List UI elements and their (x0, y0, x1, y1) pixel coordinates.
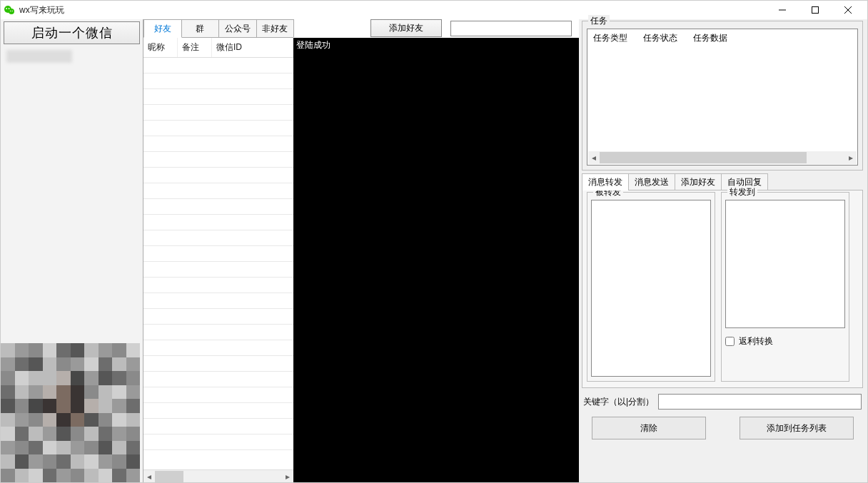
tasks-header: 任务类型 任务状态 任务数据 (587, 29, 857, 46)
tab-forward[interactable]: 消息转发 (582, 173, 629, 190)
contacts-header: 昵称 备注 微信ID (143, 38, 293, 58)
client-area: 启动一个微信 好友 群 (1, 19, 867, 482)
keyword-label: 关键字（以|分割） (583, 396, 654, 408)
scroll-thumb[interactable] (155, 471, 183, 482)
chat-log-line: 登陆成功 (296, 39, 576, 51)
left-panel: 启动一个微信 (1, 19, 143, 482)
qr-code-area (1, 343, 140, 482)
col-nickname[interactable]: 昵称 (143, 38, 178, 57)
contacts-panel: 好友 群 公众号 非好友 昵称 备注 微信ID ◂ ▸ (143, 19, 293, 482)
col-wxid[interactable]: 微信ID (212, 38, 293, 57)
keyword-input[interactable] (658, 394, 862, 410)
tab-friends[interactable]: 好友 (143, 19, 182, 38)
center-panel: 添加好友 登陆成功 (293, 19, 579, 482)
add-friend-button[interactable]: 添加好友 (370, 19, 442, 37)
scroll-right-icon[interactable]: ▸ (845, 152, 857, 163)
action-row: 清除 添加到任务列表 (582, 412, 863, 441)
svg-point-3 (9, 8, 10, 9)
minimize-button[interactable] (766, 1, 799, 19)
maximize-button[interactable] (799, 1, 832, 19)
contacts-tabstrip: 好友 群 公众号 非好友 (143, 19, 293, 38)
clear-button[interactable]: 清除 (592, 417, 706, 439)
contacts-list[interactable] (143, 58, 293, 469)
add-to-tasks-button[interactable]: 添加到任务列表 (740, 417, 854, 439)
col-task-status[interactable]: 任务状态 (637, 32, 687, 44)
rebate-checkbox-label: 返利转换 (739, 335, 773, 347)
tasks-hscrollbar[interactable]: ◂ ▸ (588, 151, 857, 164)
app-window: wx写来玩玩 启动一个微信 (0, 0, 868, 483)
tab-groups[interactable]: 群 (181, 19, 220, 37)
col-task-data[interactable]: 任务数据 (687, 32, 857, 44)
rebate-checkbox-row[interactable]: 返利转换 (725, 335, 845, 347)
titlebar: wx写来玩玩 (1, 1, 867, 19)
svg-rect-6 (812, 7, 819, 14)
ops-pane: 被转发 转发到 返利转换 (582, 190, 863, 388)
tab-official[interactable]: 公众号 (218, 19, 257, 37)
forward-source-list[interactable] (591, 200, 711, 377)
tab-addfriend[interactable]: 添加好友 (675, 173, 722, 190)
keyword-row: 关键字（以|分割） (582, 388, 863, 412)
scroll-right-icon[interactable]: ▸ (282, 471, 293, 482)
scroll-left-icon[interactable]: ◂ (143, 471, 155, 482)
svg-point-1 (9, 9, 14, 14)
window-controls (766, 1, 864, 19)
tasks-group: 任务 任务类型 任务状态 任务数据 ◂ ▸ (582, 21, 863, 171)
forward-target-group: 转发到 返利转换 (721, 192, 849, 382)
forward-target-list[interactable] (725, 200, 845, 328)
start-wechat-button[interactable]: 启动一个微信 (4, 21, 140, 44)
forward-target-label: 转发到 (727, 186, 757, 198)
contacts-hscrollbar[interactable]: ◂ ▸ (143, 469, 293, 482)
forward-source-group: 被转发 (587, 192, 715, 382)
chat-log[interactable]: 登陆成功 (293, 38, 579, 482)
ops-tabstrip: 消息转发 消息发送 添加好友 自动回复 (582, 173, 863, 190)
wechat-icon (4, 4, 15, 16)
qr-code-pixelated (1, 343, 140, 482)
col-task-type[interactable]: 任务类型 (587, 32, 637, 44)
window-title: wx写来玩玩 (19, 4, 64, 16)
tasks-listview[interactable]: 任务类型 任务状态 任务数据 ◂ ▸ (587, 29, 858, 166)
search-input[interactable] (450, 21, 572, 36)
account-name-placeholder (6, 50, 72, 63)
tab-nonfriends[interactable]: 非好友 (256, 19, 295, 37)
center-toolbar: 添加好友 (293, 19, 579, 38)
close-button[interactable] (832, 1, 864, 19)
col-remark[interactable]: 备注 (178, 38, 212, 57)
rebate-checkbox[interactable] (725, 337, 735, 346)
svg-point-4 (10, 11, 11, 11)
scroll-left-icon[interactable]: ◂ (588, 152, 600, 163)
scroll-thumb[interactable] (600, 152, 807, 163)
right-panel: 任务 任务类型 任务状态 任务数据 ◂ ▸ 消息转发 消息发送 (579, 19, 867, 482)
svg-point-5 (12, 11, 13, 11)
tab-send[interactable]: 消息发送 (628, 173, 675, 190)
tasks-group-label: 任务 (588, 15, 610, 27)
svg-point-2 (6, 8, 7, 9)
